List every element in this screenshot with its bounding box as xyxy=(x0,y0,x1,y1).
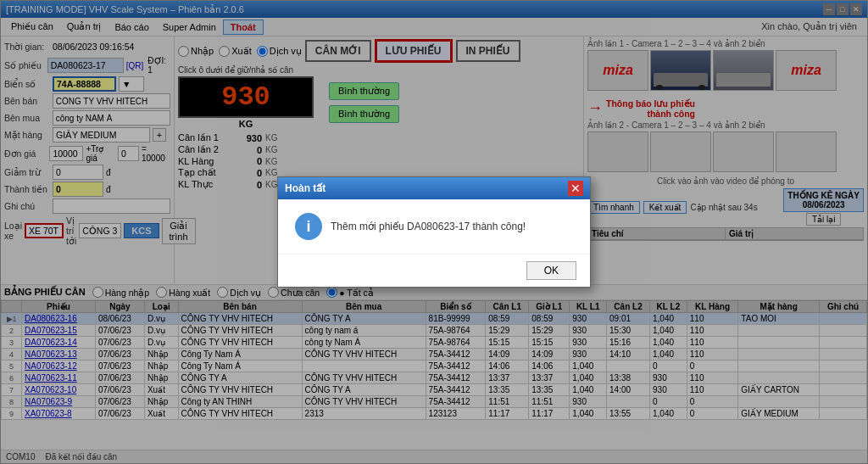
dialog-ok-button[interactable]: OK xyxy=(526,261,576,280)
dialog-close-button[interactable]: ✕ xyxy=(568,181,583,196)
dialog-title-text: Hoàn tất xyxy=(285,182,326,194)
dialog-body: i Thêm mới phiếu DA080623-17 thành công! xyxy=(278,199,590,254)
dialog-overlay[interactable]: Hoàn tất ✕ i Thêm mới phiếu DA080623-17 … xyxy=(0,0,868,464)
dialog-icon: i xyxy=(295,213,322,240)
dialog: Hoàn tất ✕ i Thêm mới phiếu DA080623-17 … xyxy=(277,176,591,288)
dialog-title-bar: Hoàn tất ✕ xyxy=(278,177,590,199)
dialog-footer: OK xyxy=(278,254,590,287)
dialog-message: Thêm mới phiếu DA080623-17 thành công! xyxy=(331,221,526,232)
